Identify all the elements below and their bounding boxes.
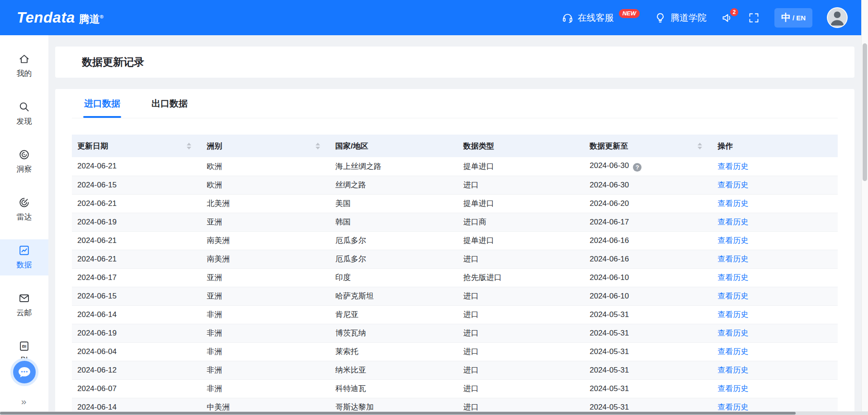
top-header: Tendata 腾道® 在线客服 NEW 腾道学院 2 (0, 0, 861, 35)
table-row: 2024-06-14 非洲 肯尼亚 进口 2024-05-31 查看历史 (72, 305, 838, 324)
cell-action: 查看历史 (712, 361, 838, 379)
sort-carets-icon[interactable] (187, 143, 191, 149)
table-row: 2024-06-07 非洲 科特迪瓦 进口 2024-05-31 查看历史 (72, 379, 838, 398)
column-header-label: 洲别 (207, 141, 222, 151)
brand-logo[interactable]: Tendata 腾道® (17, 9, 104, 26)
tab-label: 进口数据 (84, 98, 120, 110)
cell-continent: 非洲 (201, 342, 330, 361)
cell-data-type: 进口 (458, 287, 585, 305)
cell-updated-to: 2024-05-31 (584, 324, 712, 342)
cell-updated-to: 2024-06-10 (584, 268, 712, 287)
cell-updated-to: 2024-06-20 (584, 194, 712, 213)
cell-action: 查看历史 (712, 231, 838, 250)
page-title-card: 数据更新记录 (55, 47, 854, 78)
cell-update-date: 2024-06-12 (72, 361, 201, 379)
cell-region: 厄瓜多尔 (330, 250, 458, 268)
cell-updated-to: 2024-05-31 (584, 379, 712, 398)
tab-export-data[interactable]: 出口数据 (151, 89, 188, 118)
sort-carets-icon[interactable] (316, 143, 320, 149)
sidebar-item-insight[interactable]: 洞察 (0, 144, 48, 180)
column-header-1[interactable]: 洲别 (201, 135, 330, 157)
cell-action: 查看历史 (712, 287, 838, 305)
view-history-link[interactable]: 查看历史 (717, 236, 748, 245)
cell-update-date: 2024-06-14 (72, 305, 201, 324)
page-title: 数据更新记录 (82, 55, 144, 69)
sidebar: 我的 发现 洞察 雷达 数据 云邮 BI BI » (0, 35, 48, 411)
column-header-0[interactable]: 更新日期 (72, 135, 201, 157)
cell-action: 查看历史 (712, 250, 838, 268)
registered-mark: ® (100, 14, 104, 19)
view-history-link[interactable]: 查看历史 (717, 292, 748, 300)
sidebar-nav: 我的 发现 洞察 雷达 数据 云邮 BI BI (0, 48, 48, 370)
table-row: 2024-06-15 亚洲 哈萨克斯坦 进口 2024-06-10 查看历史 (72, 287, 838, 305)
brand-logo-text: Tendata (17, 9, 75, 26)
sidebar-expand-button[interactable]: » (0, 396, 48, 407)
vertical-scrollbar-thumb[interactable] (863, 43, 867, 181)
academy-button[interactable]: 腾道学院 (654, 12, 707, 24)
brand-logo-cn: 腾道® (79, 12, 104, 26)
sort-asc-icon (316, 143, 320, 145)
chart-icon (18, 244, 30, 256)
column-header-label: 操作 (717, 141, 733, 151)
view-history-link[interactable]: 查看历史 (717, 310, 748, 319)
view-history-link[interactable]: 查看历史 (717, 329, 748, 337)
view-history-link[interactable]: 查看历史 (717, 181, 748, 189)
sidebar-item-radar[interactable]: 雷达 (0, 191, 48, 228)
horizontal-scrollbar[interactable] (0, 411, 868, 415)
cell-action: 查看历史 (712, 398, 838, 411)
cell-update-date: 2024-06-19 (72, 324, 201, 342)
help-icon[interactable]: ? (633, 163, 642, 172)
cell-updated-to: 2024-06-10 (584, 287, 712, 305)
online-service-label: 在线客服 (578, 12, 614, 24)
vertical-scrollbar[interactable] (861, 0, 868, 411)
view-history-link[interactable]: 查看历史 (717, 255, 748, 263)
column-header-4[interactable]: 数据更新至 (584, 135, 712, 157)
cell-updated-to: 2024-06-30? (584, 157, 712, 176)
notification-count-badge: 2 (730, 8, 738, 16)
chat-fab-button[interactable] (10, 358, 38, 386)
sort-asc-icon (698, 143, 702, 145)
cell-data-type: 进口 (458, 379, 585, 398)
sidebar-item-data[interactable]: 数据 (0, 239, 48, 275)
announcement-button[interactable]: 2 (721, 12, 733, 24)
language-zh: 中 (781, 11, 791, 24)
horizontal-scrollbar-thumb[interactable] (0, 412, 796, 415)
cell-continent: 中美洲 (201, 398, 330, 411)
bulb-icon (654, 12, 666, 24)
cell-update-date: 2024-06-15 (72, 176, 201, 194)
sort-asc-icon (187, 143, 191, 145)
cell-action: 查看历史 (712, 213, 838, 231)
view-history-link[interactable]: 查看历史 (717, 384, 748, 393)
view-history-link[interactable]: 查看历史 (717, 403, 748, 411)
view-history-link[interactable]: 查看历史 (717, 218, 748, 226)
tab-import-data[interactable]: 进口数据 (84, 89, 120, 118)
fullscreen-button[interactable] (748, 12, 760, 24)
table-row: 2024-06-12 非洲 纳米比亚 进口 2024-05-31 查看历史 (72, 361, 838, 379)
cell-data-type: 进口 (458, 342, 585, 361)
sidebar-item-mail[interactable]: 云邮 (0, 287, 48, 323)
cell-data-type: 进口商 (458, 213, 585, 231)
cell-update-date: 2024-06-14 (72, 398, 201, 411)
tab-label: 出口数据 (151, 98, 188, 110)
view-history-link[interactable]: 查看历史 (717, 366, 748, 374)
cell-update-date: 2024-06-21 (72, 157, 201, 176)
online-service-button[interactable]: 在线客服 NEW (561, 12, 640, 24)
view-history-link[interactable]: 查看历史 (717, 199, 748, 208)
table-body: 2024-06-21 欧洲 海上丝绸之路 提单进口 2024-06-30? 查看… (72, 157, 838, 411)
sidebar-item-mine[interactable]: 我的 (0, 48, 48, 84)
language-toggle[interactable]: 中 / EN (774, 8, 812, 28)
fullscreen-icon (748, 12, 760, 24)
view-history-link[interactable]: 查看历史 (717, 162, 748, 171)
user-avatar[interactable] (827, 7, 848, 28)
sidebar-item-discover[interactable]: 发现 (0, 96, 48, 132)
view-history-link[interactable]: 查看历史 (717, 347, 748, 356)
mail-icon (18, 292, 30, 304)
cell-updated-to: 2024-05-31 (584, 305, 712, 324)
cell-data-type: 提单进口 (458, 194, 585, 213)
cell-region: 印度 (330, 268, 458, 287)
view-history-link[interactable]: 查看历史 (717, 273, 748, 282)
sort-carets-icon[interactable] (698, 143, 702, 149)
cell-update-date: 2024-06-04 (72, 342, 201, 361)
column-header-label: 数据类型 (463, 141, 494, 151)
cell-action: 查看历史 (712, 305, 838, 324)
